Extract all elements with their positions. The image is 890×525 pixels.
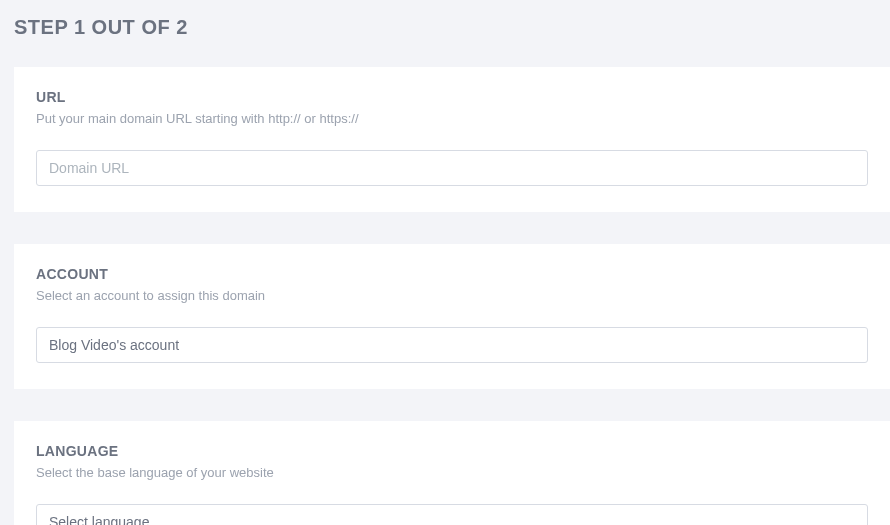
url-card: URL Put your main domain URL starting wi… [14, 67, 890, 212]
account-description: Select an account to assign this domain [36, 288, 868, 303]
account-select[interactable]: Blog Video's account [36, 327, 868, 363]
language-description: Select the base language of your website [36, 465, 868, 480]
language-title: LANGUAGE [36, 443, 868, 459]
language-select-value: Select language... [49, 514, 161, 525]
url-title: URL [36, 89, 868, 105]
domain-url-input[interactable] [36, 150, 868, 186]
url-description: Put your main domain URL starting with h… [36, 111, 868, 126]
step-title: STEP 1 OUT OF 2 [14, 16, 890, 39]
account-card: ACCOUNT Select an account to assign this… [14, 244, 890, 389]
language-select[interactable]: Select language... [36, 504, 868, 525]
account-title: ACCOUNT [36, 266, 868, 282]
language-card: LANGUAGE Select the base language of you… [14, 421, 890, 525]
account-select-value: Blog Video's account [49, 337, 179, 353]
